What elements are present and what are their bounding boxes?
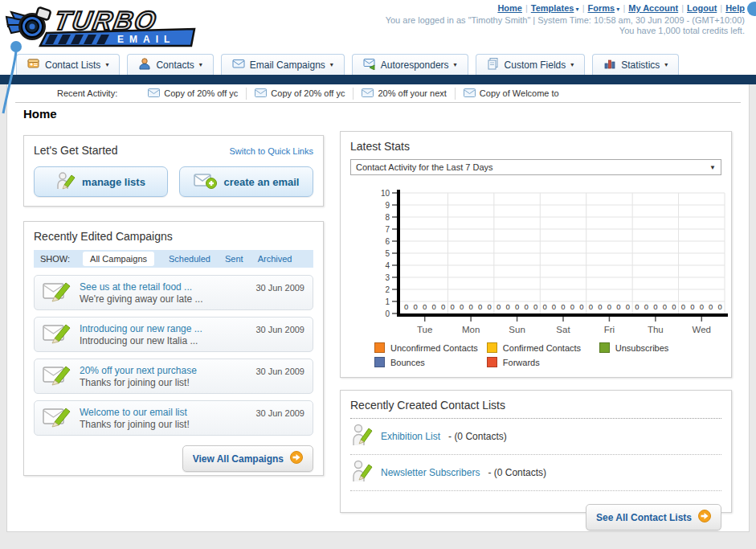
tab-contacts[interactable]: Contacts▾ (127, 54, 213, 75)
svg-text:0: 0 (579, 302, 583, 311)
svg-text:2: 2 (385, 285, 390, 294)
legend-item-confirmed-contacts: Confirmed Contacts (487, 342, 599, 353)
separator: | (525, 3, 528, 13)
chevron-down-icon: ▾ (574, 6, 578, 13)
recent-activity-text: Copy of 20% off yc (271, 88, 345, 98)
recent-activity-text: 20% off your next (378, 88, 446, 98)
tab-statistics[interactable]: Statistics▾ (592, 54, 679, 75)
legend-label: Confirmed Contacts (503, 343, 581, 353)
campaign-title-link[interactable]: See us at the retail food ... (80, 281, 247, 293)
svg-text:0: 0 (589, 302, 593, 311)
tab-custom-fields[interactable]: Custom Fields▾ (476, 54, 586, 75)
contact-list-item[interactable]: Newsletter Subscribers- (0 Contacts) (350, 455, 721, 491)
arrow-circle-icon (290, 451, 303, 466)
campaign-text: Introducing our new range ...Introducing… (80, 323, 247, 346)
campaign-subtitle: Introducing our new Italia ... (80, 335, 247, 346)
contact-list-name-link[interactable]: Newsletter Subscribers (381, 467, 480, 478)
envelope-pencil-icon (43, 363, 72, 389)
header-link-templates[interactable]: Templates (531, 3, 574, 13)
filter-scheduled[interactable]: Scheduled (169, 254, 210, 264)
chevron-down-icon: ▾ (454, 61, 457, 68)
svg-text:Mon: Mon (462, 325, 480, 334)
stats-period-select[interactable]: Contact Activity for the Last 7 Days ▼ (350, 159, 721, 175)
filter-sent[interactable]: Sent (225, 254, 243, 264)
recent-activity-item[interactable]: Copy of 20% off yc (140, 88, 246, 100)
chevron-down-icon: ▾ (570, 61, 574, 68)
campaign-filter-bar: SHOW: All CampaignsScheduledSentArchived (34, 250, 313, 268)
campaign-item[interactable]: See us at the retail food ...We're givin… (34, 275, 313, 310)
header-link-help[interactable]: Help (725, 3, 745, 13)
tab-label: Statistics (621, 59, 660, 71)
svg-text:0: 0 (414, 302, 418, 311)
recent-activity-item[interactable]: Copy of 20% off yc (246, 88, 353, 100)
svg-text:0: 0 (385, 309, 390, 318)
legend-label: Bounces (390, 358, 425, 367)
person-pencil-icon (56, 171, 76, 193)
header-link-home[interactable]: Home (497, 3, 522, 13)
recent-activity-text: Copy of Welcome to (480, 88, 559, 98)
see-all-contact-lists-button[interactable]: See All Contact Lists (586, 504, 721, 531)
contact-activity-chart: 01234567891000000Tue00000Mon00000Sun0000… (365, 186, 721, 341)
envelope-plus-icon (194, 172, 218, 192)
tab-email-campaigns[interactable]: Email Campaigns▾ (221, 54, 345, 75)
svg-text:Thu: Thu (648, 325, 664, 334)
svg-text:0: 0 (497, 302, 501, 311)
separator: | (720, 3, 722, 13)
tab-autoresponders[interactable]: Autoresponders▾ (352, 54, 468, 75)
recent-activity-item[interactable]: Copy of Welcome to (455, 88, 567, 100)
chevron-down-icon: ▾ (330, 61, 333, 68)
credits-info: You have 1,000 total credits left. (386, 26, 745, 35)
header-link-forms[interactable]: Forms (588, 3, 615, 13)
recent-activity-text: Copy of 20% off yc (164, 88, 238, 98)
svg-text:0: 0 (616, 302, 620, 311)
svg-text:0: 0 (635, 302, 639, 311)
svg-text:0: 0 (451, 302, 455, 311)
recent-activity-item[interactable]: 20% off your next (353, 88, 454, 100)
svg-text:6: 6 (385, 237, 390, 246)
svg-text:0: 0 (653, 302, 657, 311)
contact-list-count: - (0 Contacts) (488, 467, 546, 478)
campaign-title-link[interactable]: Welcome to our email list (80, 407, 247, 418)
campaign-date: 30 Jun 2009 (255, 325, 304, 334)
svg-text:0: 0 (441, 302, 445, 311)
svg-text:7: 7 (385, 225, 390, 234)
svg-text:0: 0 (663, 302, 667, 311)
svg-text:0: 0 (644, 302, 648, 311)
svg-text:8: 8 (385, 213, 390, 222)
contact-list-count: - (0 Contacts) (448, 431, 507, 442)
person-pencil-icon (352, 460, 373, 485)
filter-archived[interactable]: Archived (258, 254, 292, 264)
contact-list-name-link[interactable]: Exhibition List (381, 431, 440, 442)
arrow-circle-icon (698, 510, 711, 525)
campaign-item[interactable]: 20% off your next purchaseThanks for joi… (34, 358, 313, 394)
turbo-email-logo[interactable]: TURBO EMAIL (5, 2, 206, 52)
header-link-my-account[interactable]: My Account (628, 3, 678, 13)
main-content: Recent Activity: Copy of 20% off ycCopy … (6, 84, 750, 532)
legend-swatch (487, 357, 497, 367)
campaign-text: Welcome to our email listThanks for join… (80, 407, 247, 430)
create-an-email-button[interactable]: create an email (179, 166, 313, 197)
separator: | (681, 3, 684, 13)
chevron-down-icon: ▾ (105, 61, 108, 68)
svg-text:0: 0 (561, 302, 565, 311)
svg-text:Sat: Sat (556, 325, 570, 334)
recent-contact-lists-panel: Recently Created Contact Lists Exhibitio… (340, 390, 732, 513)
chevron-down-icon: ▾ (199, 61, 202, 68)
switch-to-quick-links-link[interactable]: Switch to Quick Links (229, 146, 313, 156)
contact-list-item[interactable]: Exhibition List- (0 Contacts) (350, 419, 721, 455)
campaign-date: 30 Jun 2009 (255, 367, 304, 376)
campaign-title-link[interactable]: 20% off your next purchase (80, 365, 247, 376)
filter-all-campaigns[interactable]: All Campaigns (83, 252, 154, 266)
header-link-logout[interactable]: Logout (687, 3, 717, 13)
campaign-title-link[interactable]: Introducing our new range ... (80, 323, 247, 334)
campaign-item[interactable]: Welcome to our email listThanks for join… (34, 400, 313, 436)
svg-text:10: 10 (381, 189, 390, 198)
envelope-icon (148, 88, 160, 99)
svg-text:0: 0 (672, 302, 676, 311)
svg-text:0: 0 (690, 302, 694, 311)
view-all-campaigns-button[interactable]: View All Campaigns (182, 445, 313, 472)
campaign-item[interactable]: Introducing our new range ...Introducing… (34, 317, 313, 352)
latest-stats-title: Latest Stats (350, 140, 721, 153)
svg-text:0: 0 (515, 302, 519, 311)
manage-lists-button[interactable]: manage lists (34, 166, 168, 197)
